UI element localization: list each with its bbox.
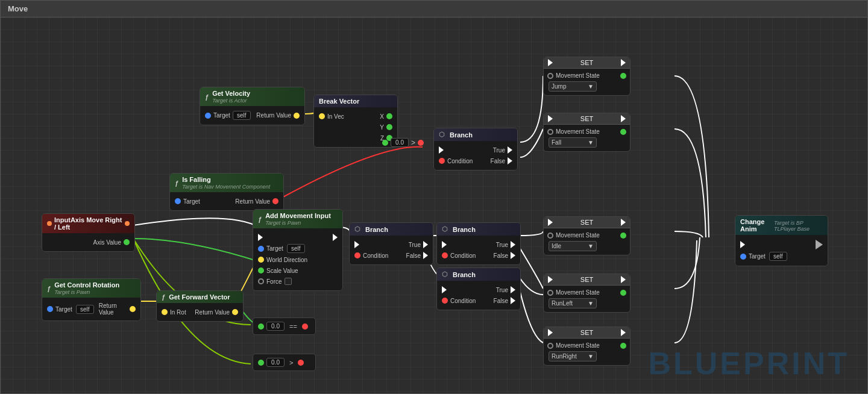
set-runright-value: RunRight bbox=[552, 353, 577, 360]
axis-value-label: Axis Value bbox=[93, 239, 121, 246]
comparison-node: 0.0 > bbox=[382, 138, 424, 147]
blueprint-watermark: BLUEPRINT bbox=[648, 345, 849, 381]
set-idle-exec-out bbox=[621, 219, 626, 226]
branch2-node: ⬡ Branch True Condition False bbox=[349, 222, 433, 265]
branch3-false-label: False bbox=[494, 252, 508, 259]
set-runleft-exec-out bbox=[621, 276, 626, 283]
world-dir-label: World Direction bbox=[266, 257, 307, 263]
set-runleft-title: SET bbox=[580, 276, 593, 283]
control-rot-target-value: self bbox=[76, 305, 94, 314]
add-movement-target-value: self bbox=[287, 244, 305, 253]
branch4-true-label: True bbox=[496, 287, 508, 293]
blueprint-canvas[interactable]: ƒ Get Velocity Target is Actor Target se… bbox=[1, 17, 867, 393]
set-idle-title: SET bbox=[580, 219, 593, 226]
change-anim-target-pin bbox=[740, 254, 746, 260]
set-runright-exec-in bbox=[548, 329, 553, 336]
control-rot-target-pin bbox=[47, 306, 53, 312]
branch4-node: ⬡ Branch True Condition False bbox=[436, 267, 521, 310]
add-movement-target-label: Target bbox=[266, 245, 283, 252]
set-fall-exec-out bbox=[621, 115, 626, 122]
get-forward-vector-node: ƒ Get Forward Vector In Rot Return Value bbox=[156, 290, 244, 322]
branch3-true-label: True bbox=[496, 242, 508, 248]
is-falling-subtitle: Target is Nav Movement Component bbox=[182, 184, 270, 190]
branch4-true-pin bbox=[511, 286, 515, 293]
change-anim-target-label: Target bbox=[749, 253, 766, 260]
branch2-false-label: False bbox=[406, 252, 421, 259]
set-idle-header: SET bbox=[544, 217, 630, 228]
set-fall-value: Fall bbox=[552, 139, 561, 146]
branch4-condition-pin bbox=[442, 298, 448, 304]
add-movement-exec-out bbox=[333, 234, 338, 241]
set-fall-title: SET bbox=[580, 115, 593, 122]
get-velocity-title: Get Velocity bbox=[212, 90, 250, 97]
connections-overlay bbox=[1, 17, 867, 393]
gt-node-2: 0.0 > bbox=[253, 354, 316, 371]
set-runleft-dropdown[interactable]: RunLeft ▼ bbox=[549, 298, 597, 308]
fwd-vec-return-pin bbox=[232, 309, 238, 315]
get-control-rotation-title: Get Control Rotation bbox=[54, 281, 119, 289]
add-movement-target-pin bbox=[258, 246, 264, 252]
set-jump-title: SET bbox=[580, 59, 593, 66]
set-runright-dropdown[interactable]: RunRight ▼ bbox=[549, 351, 597, 361]
branch2-true-label: True bbox=[409, 242, 421, 248]
set-runleft-value: RunLeft bbox=[552, 300, 573, 307]
break-vector-title: Break Vector bbox=[319, 98, 359, 105]
get-control-rotation-node: ƒ Get Control Rotation Target is Pawn Ta… bbox=[42, 278, 141, 321]
branch2-false-pin bbox=[423, 252, 428, 259]
branch1-condition-label: Condition bbox=[447, 158, 473, 164]
set-fall-header: SET bbox=[544, 113, 630, 125]
set-idle-value: Idle bbox=[552, 243, 561, 249]
set-idle-label: Movement State bbox=[556, 232, 600, 239]
set-runright-title: SET bbox=[580, 329, 593, 336]
set-jump-node: SET Movement State Jump ▼ bbox=[543, 57, 631, 96]
world-dir-pin bbox=[258, 257, 264, 263]
change-anim-subtitle: Target is BP TLPlayer Base bbox=[774, 220, 823, 232]
set-fall-dropdown[interactable]: Fall ▼ bbox=[549, 137, 597, 148]
add-movement-node: ƒ Add Movement Input Target is Pawn Targ… bbox=[253, 209, 343, 291]
main-window: Move bbox=[0, 0, 868, 394]
set-idle-dropdown[interactable]: Idle ▼ bbox=[549, 241, 597, 251]
branch2-condition-label: Condition bbox=[363, 252, 388, 259]
branch1-node: ⬡ Branch True Condition False bbox=[433, 128, 518, 170]
set-runright-exec-out bbox=[621, 329, 626, 336]
window-title: Move bbox=[8, 4, 28, 13]
branch1-true-label: True bbox=[493, 147, 505, 154]
branch2-true-pin bbox=[423, 241, 428, 248]
eq-node-1: 0.0 == bbox=[253, 317, 316, 335]
branch3-exec-in bbox=[442, 241, 447, 248]
set-idle-exec-in bbox=[548, 219, 553, 226]
branch1-false-pin bbox=[508, 157, 512, 164]
set-jump-exec-in bbox=[548, 59, 553, 66]
branch3-condition-label: Condition bbox=[450, 252, 476, 259]
set-jump-header: SET bbox=[544, 57, 630, 69]
return-pin bbox=[294, 113, 300, 119]
branch3-condition-pin bbox=[442, 252, 448, 258]
y-label: Y bbox=[380, 124, 384, 131]
get-control-rotation-subtitle: Target is Pawn bbox=[54, 289, 119, 295]
set-runleft-header: SET bbox=[544, 274, 630, 286]
change-anim-target-value: self bbox=[769, 252, 787, 261]
set-runleft-label: Movement State bbox=[556, 289, 600, 296]
branch2-condition-pin bbox=[354, 252, 360, 258]
set-fall-label: Movement State bbox=[556, 128, 600, 135]
is-falling-node: ƒ Is Falling Target is Nav Movement Comp… bbox=[169, 173, 284, 211]
get-velocity-node: ƒ Get Velocity Target is Actor Target se… bbox=[200, 87, 305, 125]
add-movement-exec-in bbox=[258, 234, 263, 241]
target-pin bbox=[205, 113, 211, 119]
set-jump-label: Movement State bbox=[556, 72, 600, 79]
control-rot-target-label: Target bbox=[55, 306, 72, 313]
set-runright-node: SET Movement State RunRight ▼ bbox=[543, 327, 631, 366]
control-rot-return-pin bbox=[130, 306, 136, 312]
is-falling-target-label: Target bbox=[183, 198, 200, 205]
branch4-condition-label: Condition bbox=[450, 298, 476, 304]
branch1-title: Branch bbox=[450, 131, 473, 139]
set-jump-dropdown[interactable]: Jump ▼ bbox=[549, 81, 597, 92]
in-rot-label: In Rot bbox=[170, 309, 186, 316]
input-axis-node: InputAxis Move Right / Left Axis Value bbox=[42, 213, 135, 252]
title-bar: Move bbox=[1, 1, 867, 17]
x-pin bbox=[386, 113, 392, 119]
set-runright-label: Movement State bbox=[556, 342, 600, 349]
get-forward-vector-title: Get Forward Vector bbox=[169, 293, 230, 301]
get-velocity-subtitle: Target is Actor bbox=[212, 98, 250, 104]
force-checkbox[interactable] bbox=[285, 278, 292, 285]
